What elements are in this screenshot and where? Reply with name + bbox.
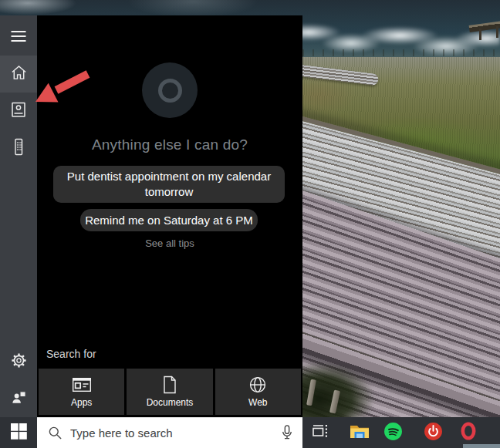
wallpaper-shelter-leg [479, 29, 481, 40]
taskbar-search-box[interactable] [37, 417, 302, 448]
task-view-button[interactable] [302, 417, 339, 448]
apps-window-icon [72, 375, 92, 395]
sidebar-item-notebook[interactable] [0, 93, 37, 130]
category-documents-button[interactable]: Documents [127, 369, 212, 415]
hamburger-icon [11, 30, 26, 45]
spotify-icon [383, 422, 403, 444]
start-button[interactable] [0, 417, 37, 448]
cortana-sidebar [0, 15, 37, 417]
opera-icon [459, 421, 478, 444]
category-apps-button[interactable]: Apps [39, 369, 124, 415]
opera-button[interactable] [450, 417, 486, 448]
suggestion-chip-reminder[interactable]: Remind me on Saturday at 6 PM [80, 209, 258, 231]
sidebar-menu-button[interactable] [0, 19, 37, 56]
wallpaper-fence [302, 49, 500, 56]
sidebar-item-feedback[interactable] [0, 380, 37, 417]
sidebar-item-home[interactable] [0, 56, 37, 93]
windows-logo-icon [11, 423, 27, 443]
gear-icon [10, 352, 28, 372]
notebook-icon [10, 101, 27, 122]
file-explorer-icon [350, 423, 370, 443]
search-input[interactable] [70, 418, 281, 448]
cortana-panel: Anything else I can do? Put dentist appo… [37, 15, 302, 417]
file-explorer-button[interactable] [341, 417, 377, 448]
power-app-button[interactable] [415, 417, 451, 448]
suggestion-chip-calendar[interactable]: Put dentist appointment on my calendar t… [53, 166, 285, 203]
cortana-heading: Anything else I can do? [37, 136, 302, 153]
category-web-button[interactable]: Web [215, 369, 301, 415]
devices-icon [10, 138, 27, 159]
desktop: Anything else I can do? Put dentist appo… [0, 0, 500, 448]
see-all-tips-link[interactable]: See all tips [37, 237, 302, 249]
background-window-peek [463, 444, 500, 448]
category-apps-label: Apps [71, 397, 92, 408]
cortana-logo [142, 62, 198, 118]
wallpaper-shelter-leg [496, 26, 498, 38]
home-icon [10, 64, 28, 84]
search-category-row: Apps Documents [39, 369, 301, 415]
feedback-icon [10, 389, 28, 409]
category-web-label: Web [248, 397, 267, 408]
spotify-button[interactable] [375, 417, 411, 448]
sidebar-item-devices[interactable] [0, 130, 37, 167]
globe-icon [248, 375, 267, 395]
taskbar [0, 417, 500, 448]
category-documents-label: Documents [147, 397, 194, 408]
document-icon [162, 375, 177, 395]
search-for-label: Search for [46, 348, 96, 360]
microphone-icon[interactable] [281, 425, 293, 441]
task-view-icon [312, 424, 329, 442]
cortana-ring-icon [158, 79, 182, 103]
sidebar-item-settings[interactable] [0, 343, 37, 380]
magnifier-icon [48, 426, 62, 440]
power-icon [424, 422, 443, 444]
